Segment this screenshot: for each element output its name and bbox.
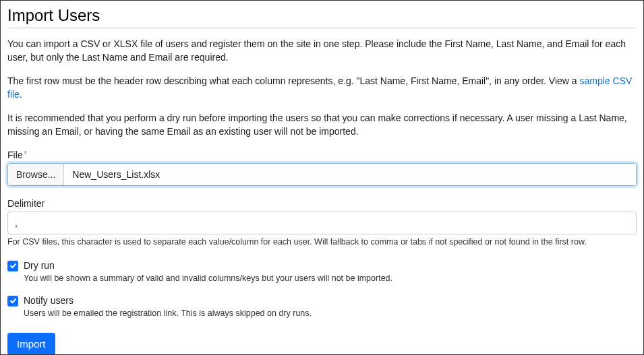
dry-run-label[interactable]: Dry run xyxy=(24,260,55,271)
delimiter-help: For CSV files, this character is used to… xyxy=(7,237,637,247)
intro-paragraph-3: It is recommended that you perform a dry… xyxy=(7,112,637,138)
dry-run-checkbox[interactable] xyxy=(7,261,18,271)
page-title: Import Users xyxy=(7,6,637,28)
browse-button[interactable]: Browse... xyxy=(8,164,64,185)
import-button[interactable]: Import xyxy=(7,333,55,355)
checkmark-icon xyxy=(9,297,17,304)
dry-run-row: Dry run xyxy=(7,260,637,271)
intro-paragraph-1: You can import a CSV or XLSX file of use… xyxy=(7,38,637,64)
intro-p2-prefix: The first row must be the header row des… xyxy=(7,75,580,86)
dry-run-help: You will be shown a summary of valid and… xyxy=(24,273,637,283)
checkmark-icon xyxy=(9,262,17,269)
notify-users-label[interactable]: Notify users xyxy=(24,295,74,306)
file-label: File* xyxy=(7,150,637,160)
delimiter-label: Delimiter xyxy=(7,198,637,209)
intro-paragraph-2: The first row must be the header row des… xyxy=(7,75,637,101)
notify-users-help: Users will be emailed the registration l… xyxy=(24,309,637,318)
delimiter-input[interactable] xyxy=(7,212,637,234)
intro-p2-suffix: . xyxy=(20,89,22,100)
file-input-row: Browse... xyxy=(7,163,637,186)
notify-users-row: Notify users xyxy=(7,295,637,306)
notify-users-checkbox[interactable] xyxy=(7,296,18,306)
required-star-icon: * xyxy=(24,150,27,158)
file-name-input[interactable] xyxy=(64,164,636,185)
